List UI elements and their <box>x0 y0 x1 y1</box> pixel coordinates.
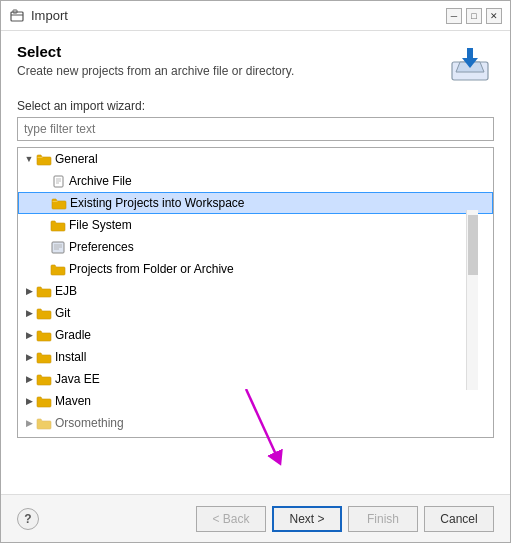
wizard-description: Create new projects from an archive file… <box>17 64 446 78</box>
folder-icon-git <box>36 306 52 320</box>
svg-rect-6 <box>54 176 63 187</box>
chevron-ejb: ▶ <box>22 284 36 298</box>
tree-label-ejb: EJB <box>55 284 77 298</box>
tree-label-git: Git <box>55 306 70 320</box>
cancel-button[interactable]: Cancel <box>424 506 494 532</box>
title-bar: Import ─ □ ✕ <box>1 1 510 31</box>
tree-label-install: Install <box>55 350 86 364</box>
tree-label-general: General <box>55 152 98 166</box>
window-controls: ─ □ ✕ <box>446 8 502 24</box>
tree-label-fs: File System <box>69 218 132 232</box>
tree-item-java-ee[interactable]: ▶ Java EE <box>18 368 493 390</box>
tree-item-archive-file[interactable]: ▶ Archive File <box>18 170 493 192</box>
help-button[interactable]: ? <box>17 508 39 530</box>
tree-item-other[interactable]: ▶ Orsomething <box>18 412 493 434</box>
import-wizard-tree: ▼ General ▶ <box>17 147 494 438</box>
scrollbar-track[interactable] <box>466 210 478 390</box>
folder-icon-fs <box>50 218 66 232</box>
finish-button[interactable]: Finish <box>348 506 418 532</box>
minimize-button[interactable]: ─ <box>446 8 462 24</box>
tree-container[interactable]: ▼ General ▶ <box>18 148 493 437</box>
tree-item-git[interactable]: ▶ Git <box>18 302 493 324</box>
folder-icon-other <box>36 416 52 430</box>
folder-icon-existing <box>51 196 67 210</box>
folder-icon-ejb <box>36 284 52 298</box>
wizard-icon <box>446 43 494 83</box>
wizard-header: Select Create new projects from an archi… <box>1 31 510 93</box>
tree-item-projects-folder[interactable]: ▶ Projects from Folder or Archive <box>18 258 493 280</box>
tree-item-maven[interactable]: ▶ Maven <box>18 390 493 412</box>
next-button[interactable]: Next > <box>272 506 342 532</box>
filter-input[interactable] <box>17 117 494 141</box>
folder-icon-install <box>36 350 52 364</box>
tree-item-install[interactable]: ▶ Install <box>18 346 493 368</box>
tree-item-file-system[interactable]: ▶ File System <box>18 214 493 236</box>
chevron-general: ▼ <box>22 152 36 166</box>
tree-item-general[interactable]: ▼ General <box>18 148 493 170</box>
tree-label-pfa: Projects from Folder or Archive <box>69 262 234 276</box>
scrollbar-thumb[interactable] <box>468 215 478 275</box>
filter-section: Select an import wizard: <box>1 93 510 147</box>
filter-label: Select an import wizard: <box>17 99 494 113</box>
window-title: Import <box>31 8 68 23</box>
chevron-maven: ▶ <box>22 394 36 408</box>
chevron-other: ▶ <box>22 416 36 430</box>
dialog-footer: ? < Back Next > Finish Cancel <box>1 494 510 542</box>
tree-item-existing-projects[interactable]: ▶ Existing Projects into Workspace <box>18 192 493 214</box>
tree-item-gradle[interactable]: ▶ Gradle <box>18 324 493 346</box>
tree-item-ejb[interactable]: ▶ EJB <box>18 280 493 302</box>
folder-icon-java-ee <box>36 372 52 386</box>
close-button[interactable]: ✕ <box>486 8 502 24</box>
tree-label-pref: Preferences <box>69 240 134 254</box>
tree-label-archive: Archive File <box>69 174 132 188</box>
file-icon-pref <box>50 240 66 254</box>
tree-label-existing: Existing Projects into Workspace <box>70 196 245 210</box>
chevron-gradle: ▶ <box>22 328 36 342</box>
maximize-button[interactable]: □ <box>466 8 482 24</box>
wizard-title: Select <box>17 43 446 60</box>
chevron-git: ▶ <box>22 306 36 320</box>
folder-icon-maven <box>36 394 52 408</box>
tree-item-preferences[interactable]: ▶ Preferences <box>18 236 493 258</box>
arrow-spacer <box>1 442 510 494</box>
back-button[interactable]: < Back <box>196 506 266 532</box>
tree-label-java-ee: Java EE <box>55 372 100 386</box>
folder-icon-gradle <box>36 328 52 342</box>
folder-open-icon <box>36 152 52 166</box>
svg-rect-10 <box>52 242 64 253</box>
tree-label-other: Orsomething <box>55 416 124 430</box>
window-icon <box>9 8 25 24</box>
folder-icon-pfa <box>50 262 66 276</box>
import-dialog: Import ─ □ ✕ Select Create new projects … <box>0 0 511 543</box>
chevron-install: ▶ <box>22 350 36 364</box>
tree-label-maven: Maven <box>55 394 91 408</box>
file-icon-archive <box>50 174 66 188</box>
tree-label-gradle: Gradle <box>55 328 91 342</box>
chevron-java-ee: ▶ <box>22 372 36 386</box>
